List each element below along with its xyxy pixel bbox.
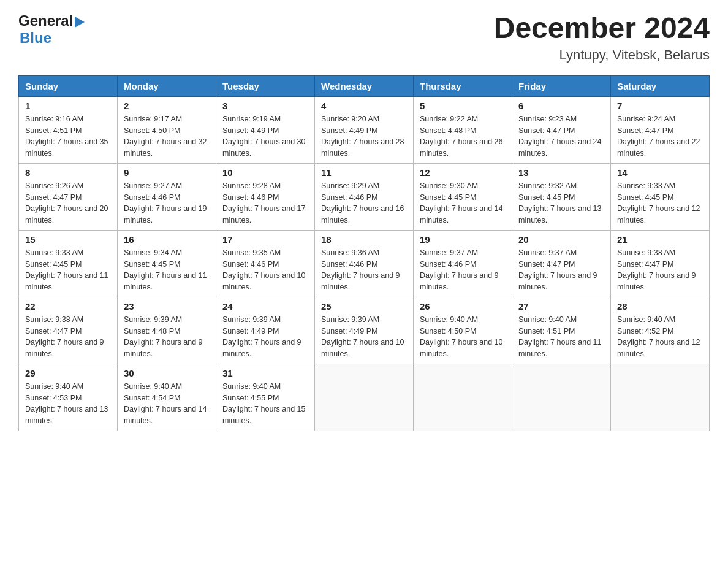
calendar-day-cell: 2Sunrise: 9:17 AMSunset: 4:50 PMDaylight…	[118, 96, 216, 163]
weekday-header-thursday: Thursday	[414, 75, 512, 96]
calendar-day-cell: 31Sunrise: 9:40 AMSunset: 4:55 PMDayligh…	[216, 364, 315, 431]
weekday-header-sunday: Sunday	[19, 75, 118, 96]
day-number: 24	[222, 301, 308, 312]
day-number: 7	[617, 101, 703, 111]
weekday-header-tuesday: Tuesday	[216, 75, 315, 96]
title-section: December 2024 Lyntupy, Vitebsk, Belarus	[494, 12, 710, 63]
calendar-day-cell: 28Sunrise: 9:40 AMSunset: 4:52 PMDayligh…	[611, 297, 710, 364]
calendar-day-cell: 5Sunrise: 9:22 AMSunset: 4:48 PMDaylight…	[414, 96, 512, 163]
calendar-week-row: 15Sunrise: 9:33 AMSunset: 4:45 PMDayligh…	[19, 230, 710, 297]
calendar-day-cell: 17Sunrise: 9:35 AMSunset: 4:46 PMDayligh…	[216, 230, 315, 297]
day-number: 23	[124, 301, 210, 312]
calendar-day-cell: 10Sunrise: 9:28 AMSunset: 4:46 PMDayligh…	[216, 163, 315, 230]
calendar-day-cell: 1Sunrise: 9:16 AMSunset: 4:51 PMDaylight…	[19, 96, 118, 163]
day-info: Sunrise: 9:26 AMSunset: 4:47 PMDaylight:…	[25, 180, 111, 226]
day-number: 5	[420, 101, 506, 111]
day-number: 26	[420, 301, 506, 312]
day-info: Sunrise: 9:36 AMSunset: 4:46 PMDaylight:…	[321, 247, 407, 293]
calendar-table: SundayMondayTuesdayWednesdayThursdayFrid…	[18, 75, 710, 431]
calendar-week-row: 29Sunrise: 9:40 AMSunset: 4:53 PMDayligh…	[19, 364, 710, 431]
logo-text-blue: Blue	[20, 29, 51, 47]
calendar-day-cell	[611, 364, 710, 431]
calendar-day-cell: 27Sunrise: 9:40 AMSunset: 4:51 PMDayligh…	[512, 297, 611, 364]
day-number: 20	[518, 234, 604, 245]
day-info: Sunrise: 9:39 AMSunset: 4:49 PMDaylight:…	[222, 314, 308, 360]
day-info: Sunrise: 9:22 AMSunset: 4:48 PMDaylight:…	[420, 113, 506, 159]
day-info: Sunrise: 9:30 AMSunset: 4:45 PMDaylight:…	[420, 180, 506, 226]
day-info: Sunrise: 9:20 AMSunset: 4:49 PMDaylight:…	[321, 113, 407, 159]
day-info: Sunrise: 9:33 AMSunset: 4:45 PMDaylight:…	[617, 180, 703, 226]
calendar-subtitle: Lyntupy, Vitebsk, Belarus	[494, 47, 710, 63]
day-info: Sunrise: 9:40 AMSunset: 4:55 PMDaylight:…	[222, 381, 308, 427]
logo-arrow-icon	[75, 17, 85, 28]
calendar-day-cell: 22Sunrise: 9:38 AMSunset: 4:47 PMDayligh…	[19, 297, 118, 364]
calendar-day-cell: 6Sunrise: 9:23 AMSunset: 4:47 PMDaylight…	[512, 96, 611, 163]
day-info: Sunrise: 9:39 AMSunset: 4:49 PMDaylight:…	[321, 314, 407, 360]
day-info: Sunrise: 9:37 AMSunset: 4:46 PMDaylight:…	[420, 247, 506, 293]
weekday-header-saturday: Saturday	[611, 75, 710, 96]
calendar-day-cell: 24Sunrise: 9:39 AMSunset: 4:49 PMDayligh…	[216, 297, 315, 364]
day-info: Sunrise: 9:24 AMSunset: 4:47 PMDaylight:…	[617, 113, 703, 159]
day-number: 16	[124, 234, 210, 245]
day-number: 1	[25, 101, 111, 111]
calendar-day-cell	[512, 364, 611, 431]
day-number: 25	[321, 301, 407, 312]
day-number: 18	[321, 234, 407, 245]
day-number: 8	[25, 167, 111, 178]
calendar-day-cell: 21Sunrise: 9:38 AMSunset: 4:47 PMDayligh…	[611, 230, 710, 297]
calendar-day-cell: 9Sunrise: 9:27 AMSunset: 4:46 PMDaylight…	[118, 163, 216, 230]
day-info: Sunrise: 9:40 AMSunset: 4:51 PMDaylight:…	[518, 314, 604, 360]
day-info: Sunrise: 9:19 AMSunset: 4:49 PMDaylight:…	[222, 113, 308, 159]
day-info: Sunrise: 9:28 AMSunset: 4:46 PMDaylight:…	[222, 180, 308, 226]
calendar-day-cell: 13Sunrise: 9:32 AMSunset: 4:45 PMDayligh…	[512, 163, 611, 230]
weekday-header-monday: Monday	[118, 75, 216, 96]
calendar-week-row: 1Sunrise: 9:16 AMSunset: 4:51 PMDaylight…	[19, 96, 710, 163]
day-info: Sunrise: 9:32 AMSunset: 4:45 PMDaylight:…	[518, 180, 604, 226]
day-info: Sunrise: 9:37 AMSunset: 4:47 PMDaylight:…	[518, 247, 604, 293]
day-number: 2	[124, 101, 210, 111]
calendar-day-cell: 14Sunrise: 9:33 AMSunset: 4:45 PMDayligh…	[611, 163, 710, 230]
day-number: 17	[222, 234, 308, 245]
calendar-week-row: 22Sunrise: 9:38 AMSunset: 4:47 PMDayligh…	[19, 297, 710, 364]
weekday-header-friday: Friday	[512, 75, 611, 96]
calendar-day-cell: 7Sunrise: 9:24 AMSunset: 4:47 PMDaylight…	[611, 96, 710, 163]
calendar-day-cell: 3Sunrise: 9:19 AMSunset: 4:49 PMDaylight…	[216, 96, 315, 163]
day-info: Sunrise: 9:40 AMSunset: 4:54 PMDaylight:…	[124, 381, 210, 427]
day-info: Sunrise: 9:33 AMSunset: 4:45 PMDaylight:…	[25, 247, 111, 293]
calendar-title: December 2024	[494, 12, 710, 45]
day-number: 22	[25, 301, 111, 312]
day-info: Sunrise: 9:17 AMSunset: 4:50 PMDaylight:…	[124, 113, 210, 159]
day-info: Sunrise: 9:38 AMSunset: 4:47 PMDaylight:…	[25, 314, 111, 360]
day-info: Sunrise: 9:34 AMSunset: 4:45 PMDaylight:…	[124, 247, 210, 293]
calendar-day-cell: 4Sunrise: 9:20 AMSunset: 4:49 PMDaylight…	[315, 96, 414, 163]
calendar-day-cell: 18Sunrise: 9:36 AMSunset: 4:46 PMDayligh…	[315, 230, 414, 297]
calendar-day-cell: 20Sunrise: 9:37 AMSunset: 4:47 PMDayligh…	[512, 230, 611, 297]
logo-text-general: General	[18, 12, 73, 29]
day-number: 13	[518, 167, 604, 178]
day-number: 9	[124, 167, 210, 178]
calendar-day-cell: 16Sunrise: 9:34 AMSunset: 4:45 PMDayligh…	[118, 230, 216, 297]
day-number: 29	[25, 368, 111, 378]
calendar-day-cell	[414, 364, 512, 431]
calendar-day-cell: 30Sunrise: 9:40 AMSunset: 4:54 PMDayligh…	[118, 364, 216, 431]
day-number: 15	[25, 234, 111, 245]
calendar-day-cell: 26Sunrise: 9:40 AMSunset: 4:50 PMDayligh…	[414, 297, 512, 364]
day-info: Sunrise: 9:23 AMSunset: 4:47 PMDaylight:…	[518, 113, 604, 159]
day-number: 14	[617, 167, 703, 178]
calendar-day-cell: 11Sunrise: 9:29 AMSunset: 4:46 PMDayligh…	[315, 163, 414, 230]
calendar-day-cell: 19Sunrise: 9:37 AMSunset: 4:46 PMDayligh…	[414, 230, 512, 297]
calendar-header-row: SundayMondayTuesdayWednesdayThursdayFrid…	[19, 75, 710, 96]
day-info: Sunrise: 9:16 AMSunset: 4:51 PMDaylight:…	[25, 113, 111, 159]
day-number: 27	[518, 301, 604, 312]
day-info: Sunrise: 9:40 AMSunset: 4:50 PMDaylight:…	[420, 314, 506, 360]
day-number: 10	[222, 167, 308, 178]
day-info: Sunrise: 9:27 AMSunset: 4:46 PMDaylight:…	[124, 180, 210, 226]
logo: General Blue	[18, 12, 85, 47]
calendar-day-cell: 8Sunrise: 9:26 AMSunset: 4:47 PMDaylight…	[19, 163, 118, 230]
calendar-day-cell: 23Sunrise: 9:39 AMSunset: 4:48 PMDayligh…	[118, 297, 216, 364]
page-header: General Blue December 2024 Lyntupy, Vite…	[18, 12, 710, 63]
day-number: 19	[420, 234, 506, 245]
calendar-day-cell: 29Sunrise: 9:40 AMSunset: 4:53 PMDayligh…	[19, 364, 118, 431]
calendar-week-row: 8Sunrise: 9:26 AMSunset: 4:47 PMDaylight…	[19, 163, 710, 230]
calendar-day-cell	[315, 364, 414, 431]
